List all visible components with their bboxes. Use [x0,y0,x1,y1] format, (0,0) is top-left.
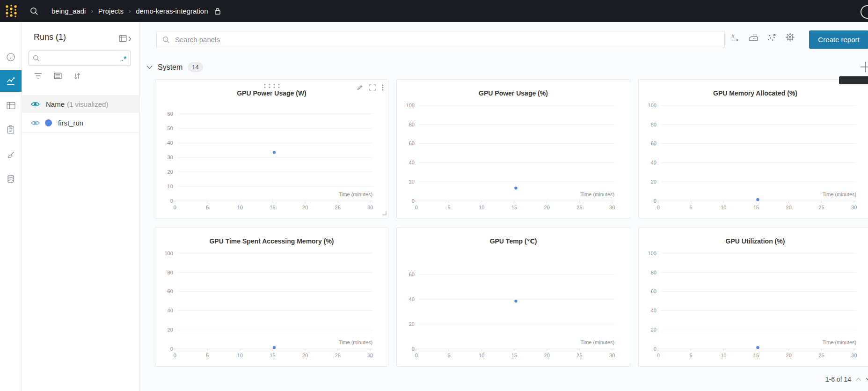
runs-table-toggle-icon[interactable] [119,35,131,43]
create-report-button[interactable]: Create report [809,30,868,49]
svg-text:40: 40 [409,160,415,165]
nav-search-icon[interactable] [30,7,38,15]
chart-panel[interactable]: GPU Power Usage (W) 01020304050600510152… [155,79,388,219]
rail-table-icon[interactable] [0,95,22,116]
chart-panel[interactable]: GPU Memory Allocated (%) 020406080100051… [638,79,868,219]
svg-text:30: 30 [367,353,373,358]
main-area: x [139,22,868,391]
svg-text:15: 15 [511,205,517,210]
svg-text:10: 10 [479,353,484,358]
svg-text:20: 20 [302,205,308,210]
svg-text:25: 25 [576,205,582,210]
settings-gear-icon[interactable] [785,32,795,42]
svg-text:20: 20 [544,205,550,210]
chart-plot[interactable]: 0102030405060051015202530Time (minutes) [155,80,388,218]
panel-search-input[interactable] [174,35,719,44]
svg-text:5: 5 [206,205,209,210]
svg-text:Time (minutes): Time (minutes) [339,192,372,197]
svg-text:80: 80 [409,122,415,127]
chart-plot[interactable]: 020406080100051015202530Time (minutes) [639,80,868,218]
data-point[interactable] [514,300,517,302]
regex-toggle[interactable]: .* [121,54,127,62]
svg-text:20: 20 [786,353,792,358]
svg-text:0: 0 [174,205,176,210]
chart-plot[interactable]: 020406080100051015202530Time (minutes) [639,228,868,366]
x-axis-icon[interactable]: x [729,32,740,42]
wandb-workspace: being_aadi › Projects › demo-keras-integ… [0,0,868,391]
chevron-down-icon[interactable] [146,65,153,69]
data-point[interactable] [273,151,276,154]
breadcrumb: being_aadi › Projects › demo-keras-integ… [51,7,221,15]
panels-grid: GPU Power Usage (W) 01020304050600510152… [155,79,868,367]
chart-title: GPU Time Spent Accessing Memory (%) [155,237,388,245]
page-down-icon[interactable] [866,377,868,382]
sort-icon[interactable] [73,73,81,80]
visibility-eye-icon[interactable] [31,101,40,107]
svg-text:0: 0 [657,353,660,358]
outliers-icon[interactable] [767,32,777,42]
svg-text:20: 20 [409,321,415,327]
runs-sidebar: Runs (1) .* [22,22,139,391]
runs-title: Runs (1) [34,32,66,42]
runs-search-input[interactable] [43,54,121,63]
avatar[interactable] [861,5,868,19]
workspace-toolbar-icons: x [729,32,795,42]
chart-plot[interactable]: 0204060051015202530Time (minutes) [397,228,630,366]
smoothing-iron-icon[interactable] [748,32,759,42]
filter-icon[interactable] [34,73,42,80]
rail-broom-icon[interactable] [0,144,22,166]
run-row[interactable]: first_run [22,113,139,133]
rail-workspace-chart-icon[interactable] [0,70,22,92]
svg-text:0: 0 [415,353,418,358]
chart-panel[interactable]: GPU Time Spent Accessing Memory (%) 0204… [155,227,388,367]
list-icon[interactable] [54,73,62,80]
rail-database-icon[interactable] [0,168,22,190]
svg-text:20: 20 [651,179,656,184]
add-panel-icon[interactable] [860,61,868,74]
svg-text:60: 60 [409,272,415,277]
chart-panel[interactable]: GPU Utilization (%) 02040608010005101520… [638,227,868,367]
svg-text:80: 80 [168,270,173,275]
wandb-logo-icon[interactable] [4,4,19,19]
run-visibility-eye-icon[interactable] [31,120,40,126]
rail-info-icon[interactable]: i [0,46,22,68]
svg-text:100: 100 [648,251,656,256]
chart-plot[interactable]: 020406080100051015202530Time (minutes) [155,228,388,366]
chart-plot[interactable]: 020406080100051015202530Time (minutes) [397,80,630,218]
data-point[interactable] [756,198,759,201]
page-up-icon[interactable] [855,377,861,382]
breadcrumb-entity[interactable]: being_aadi [51,7,86,15]
breadcrumb-projects[interactable]: Projects [98,7,124,15]
svg-text:10: 10 [479,205,484,210]
svg-text:5: 5 [448,205,451,210]
data-point[interactable] [273,346,276,349]
svg-text:Time (minutes): Time (minutes) [581,339,615,345]
runs-search-icon [33,55,40,62]
svg-text:40: 40 [168,140,173,146]
svg-text:40: 40 [409,296,415,302]
svg-text:40: 40 [168,308,173,313]
panel-menu-icon[interactable] [382,84,384,91]
data-point[interactable] [514,186,517,189]
panel-actions [357,84,384,91]
rail-clipboard-icon[interactable] [0,119,22,140]
svg-text:30: 30 [609,353,615,358]
svg-text:60: 60 [409,140,415,146]
pagination-range: 1-6 of 14 [825,376,851,383]
edit-panel-icon[interactable] [357,84,363,91]
data-point[interactable] [756,346,759,349]
runs-search-box: .* [29,51,131,66]
svg-text:20: 20 [168,327,173,332]
chart-panel[interactable]: GPU Power Usage (%) 02040608010005101520… [396,79,630,219]
panel-search-icon [162,36,170,44]
drag-handle-icon[interactable] [264,84,279,88]
expand-panel-icon[interactable] [369,84,376,91]
svg-text:30: 30 [851,353,857,358]
svg-text:10: 10 [168,184,173,189]
chart-panel[interactable]: GPU Temp (℃) 0204060051015202530Time (mi… [396,227,630,367]
breadcrumb-project-name[interactable]: demo-keras-integration [136,7,208,15]
section-title[interactable]: System [158,63,182,72]
svg-text:20: 20 [168,169,173,175]
resize-handle-icon[interactable] [382,209,387,217]
run-name[interactable]: first_run [58,119,83,127]
